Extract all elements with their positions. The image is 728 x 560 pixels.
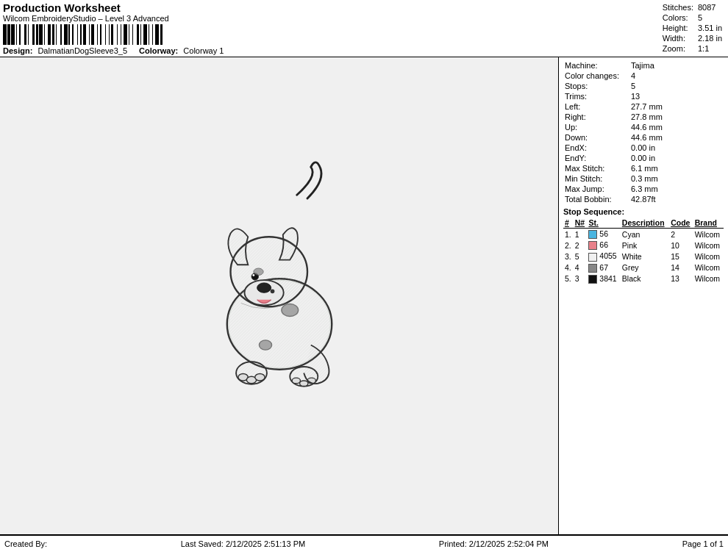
design-info-row: Design: DalmatianDogSleeve3_5 Colorway: … bbox=[3, 46, 224, 55]
design-value: DalmatianDogSleeve3_5 bbox=[38, 46, 127, 55]
seq-n: 3 bbox=[574, 273, 588, 284]
svg-point-14 bbox=[254, 373, 264, 381]
endy-label: EndY: bbox=[563, 153, 629, 163]
seq-code: 14 bbox=[669, 262, 693, 273]
seq-description: Grey bbox=[621, 262, 669, 273]
table-row: 2. 2 66 Pink 10 Wilcom bbox=[563, 240, 724, 251]
seq-code: 15 bbox=[669, 251, 693, 262]
colorway-label-group: Colorway: Colorway 1 bbox=[139, 46, 224, 55]
last-saved-label: Last Saved: bbox=[181, 539, 226, 548]
seq-brand: Wilcom bbox=[693, 229, 724, 240]
printed-value: 2/12/2025 2:52:04 PM bbox=[469, 539, 549, 548]
main-content: Machine: Tajima Color changes: 4 Stops: … bbox=[0, 57, 728, 535]
color-swatch bbox=[588, 253, 597, 262]
table-row: 5. 3 3841 Black 13 Wilcom bbox=[563, 273, 724, 284]
seq-brand: Wilcom bbox=[693, 251, 724, 262]
up-value: 44.6 mm bbox=[629, 122, 724, 132]
seq-brand: Wilcom bbox=[693, 240, 724, 251]
left-label: Left: bbox=[563, 101, 629, 112]
color-changes-value: 4 bbox=[629, 71, 724, 81]
canvas-area bbox=[0, 57, 559, 534]
seq-description: Black bbox=[621, 273, 669, 284]
height-label: Height: bbox=[661, 24, 695, 32]
design-label-group: Design: DalmatianDogSleeve3_5 bbox=[3, 46, 127, 55]
svg-point-10 bbox=[253, 268, 263, 276]
seq-brand: Wilcom bbox=[693, 262, 724, 273]
max-stitch-label: Max Stitch: bbox=[563, 163, 629, 173]
seq-brand: Wilcom bbox=[693, 273, 724, 284]
col-brand: Brand bbox=[693, 218, 724, 229]
svg-point-8 bbox=[281, 304, 298, 316]
zoom-label: Zoom: bbox=[661, 44, 695, 53]
svg-point-19 bbox=[270, 289, 274, 293]
seq-code: 13 bbox=[669, 273, 693, 284]
seq-code: 2 bbox=[669, 229, 693, 240]
col-description: Description bbox=[621, 218, 669, 229]
max-jump-label: Max Jump: bbox=[563, 184, 629, 194]
trims-value: 13 bbox=[629, 91, 724, 101]
stop-sequence-title: Stop Sequence: bbox=[563, 207, 724, 216]
seq-description: Cyan bbox=[621, 229, 669, 240]
left-value: 27.7 mm bbox=[629, 101, 724, 112]
colorway-label: Colorway: bbox=[139, 46, 178, 55]
printed-label: Printed: bbox=[439, 539, 469, 548]
width-value: 2.18 in bbox=[696, 34, 724, 43]
zoom-value: 1:1 bbox=[696, 44, 724, 53]
right-label: Right: bbox=[563, 112, 629, 122]
svg-point-16 bbox=[292, 378, 300, 384]
header-subtitle: Wilcom EmbroideryStudio – Level 3 Advanc… bbox=[3, 14, 224, 23]
total-bobbin-value: 42.87ft bbox=[629, 194, 724, 204]
min-stitch-value: 0.3 mm bbox=[629, 173, 724, 184]
sequence-table: # N# St. Description Code Brand 1. 1 56 … bbox=[563, 218, 724, 284]
seq-st: 4055 bbox=[587, 251, 620, 262]
svg-point-7 bbox=[252, 274, 254, 276]
page-title: Production Worksheet bbox=[3, 1, 224, 14]
down-label: Down: bbox=[563, 132, 629, 143]
up-label: Up: bbox=[563, 122, 629, 132]
dog-embroidery-svg bbox=[162, 157, 397, 436]
machine-info-table: Machine: Tajima Color changes: 4 Stops: … bbox=[563, 60, 724, 204]
svg-point-5 bbox=[257, 282, 271, 292]
seq-st: 56 bbox=[587, 229, 620, 240]
color-swatch bbox=[588, 241, 597, 250]
endx-value: 0.00 in bbox=[629, 143, 724, 153]
header-left: Production Worksheet Wilcom EmbroiderySt… bbox=[3, 1, 224, 55]
stitches-label: Stitches: bbox=[661, 3, 695, 12]
stitches-value: 8087 bbox=[696, 3, 724, 12]
right-panel: Machine: Tajima Color changes: 4 Stops: … bbox=[559, 57, 728, 534]
seq-st: 3841 bbox=[587, 273, 620, 284]
colors-label: Colors: bbox=[661, 13, 695, 22]
printed: Printed: 2/12/2025 2:52:04 PM bbox=[439, 539, 549, 548]
svg-point-9 bbox=[259, 340, 271, 349]
seq-description: White bbox=[621, 251, 669, 262]
max-jump-value: 6.3 mm bbox=[629, 184, 724, 194]
seq-n: 5 bbox=[574, 251, 588, 262]
seq-st: 66 bbox=[587, 240, 620, 251]
seq-st: 67 bbox=[587, 262, 620, 273]
stops-value: 5 bbox=[629, 81, 724, 91]
created-by-label: Created By: bbox=[4, 539, 47, 548]
colors-value: 5 bbox=[696, 13, 724, 22]
page-info: Page 1 of 1 bbox=[682, 539, 724, 548]
barcode bbox=[3, 24, 224, 45]
trims-label: Trims: bbox=[563, 91, 629, 101]
machine-label: Machine: bbox=[563, 60, 629, 71]
seq-n: 2 bbox=[574, 240, 588, 251]
svg-point-17 bbox=[299, 380, 307, 386]
max-stitch-value: 6.1 mm bbox=[629, 163, 724, 173]
color-swatch bbox=[588, 230, 597, 239]
last-saved-value: 2/12/2025 2:51:13 PM bbox=[226, 539, 305, 548]
down-value: 44.6 mm bbox=[629, 132, 724, 143]
width-label: Width: bbox=[661, 34, 695, 43]
header-right: Stitches: 8087 Colors: 5 Height: 3.51 in… bbox=[660, 1, 725, 54]
total-bobbin-label: Total Bobbin: bbox=[563, 194, 629, 204]
seq-num: 1. bbox=[563, 229, 574, 240]
machine-value: Tajima bbox=[629, 60, 724, 71]
col-n: N# bbox=[574, 218, 588, 229]
barcode-bars bbox=[3, 24, 164, 45]
seq-description: Pink bbox=[621, 240, 669, 251]
seq-num: 2. bbox=[563, 240, 574, 251]
stops-label: Stops: bbox=[563, 81, 629, 91]
table-row: 4. 4 67 Grey 14 Wilcom bbox=[563, 262, 724, 273]
seq-n: 4 bbox=[574, 262, 588, 273]
